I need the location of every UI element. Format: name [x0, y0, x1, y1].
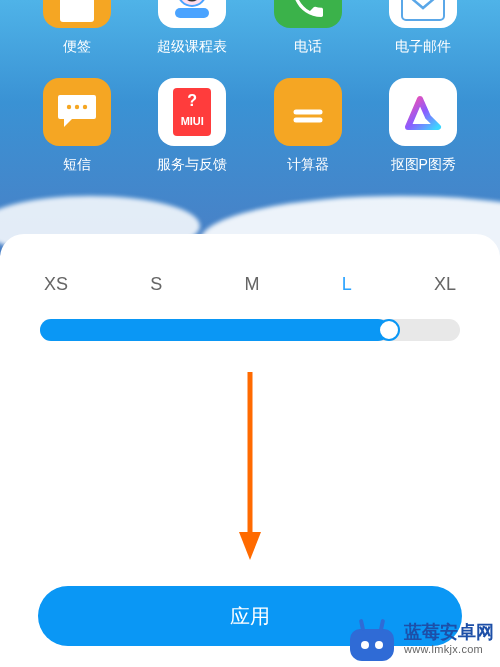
size-slider-container [0, 295, 500, 341]
calculator-icon [274, 78, 342, 146]
size-slider-fill [40, 319, 389, 341]
app-notes[interactable]: 便签 [28, 0, 126, 56]
class-schedule-icon [158, 0, 226, 28]
svg-point-7 [83, 105, 87, 109]
app-koutu[interactable]: 抠图P图秀 [375, 78, 473, 174]
app-label: 服务与反馈 [157, 156, 227, 174]
size-option-xs[interactable]: XS [44, 274, 68, 295]
app-label: 电子邮件 [395, 38, 451, 56]
app-mail[interactable]: 电子邮件 [375, 0, 473, 56]
home-screen-preview: 便签 超级课程表 电话 [0, 0, 500, 256]
mail-icon [389, 0, 457, 28]
app-sms[interactable]: 短信 [28, 78, 126, 174]
size-options: XS S M L XL [0, 274, 500, 295]
app-label: 电话 [294, 38, 322, 56]
koutu-icon [389, 78, 457, 146]
android-mascot-icon [348, 617, 396, 661]
apply-button-label: 应用 [230, 603, 270, 630]
app-phone[interactable]: 电话 [259, 0, 357, 56]
miui-feedback-icon: MIUI [158, 78, 226, 146]
app-feedback[interactable]: MIUI 服务与反馈 [144, 78, 242, 174]
app-label: 便签 [63, 38, 91, 56]
app-label: 计算器 [287, 156, 329, 174]
watermark-title: 蓝莓安卓网 [404, 622, 494, 643]
size-option-m[interactable]: M [244, 274, 259, 295]
app-grid: 便签 超级课程表 电话 [0, 0, 500, 174]
watermark: 蓝莓安卓网 www.lmkjx.com [348, 617, 494, 661]
app-calculator[interactable]: 计算器 [259, 78, 357, 174]
app-label: 短信 [63, 156, 91, 174]
svg-point-6 [75, 105, 79, 109]
size-option-s[interactable]: S [150, 274, 162, 295]
sms-icon [43, 78, 111, 146]
size-panel: XS S M L XL 应用 [0, 234, 500, 666]
size-slider[interactable] [40, 319, 460, 341]
watermark-url: www.lmkjx.com [404, 643, 494, 656]
app-class-schedule[interactable]: 超级课程表 [144, 0, 242, 56]
app-label: 抠图P图秀 [391, 156, 456, 174]
svg-rect-4 [402, 0, 444, 20]
app-label: 超级课程表 [157, 38, 227, 56]
miui-tag-text: MIUI [181, 115, 204, 127]
size-option-xl[interactable]: XL [434, 274, 456, 295]
notes-icon [43, 0, 111, 28]
size-slider-thumb[interactable] [378, 319, 400, 341]
phone-icon [274, 0, 342, 28]
size-option-l[interactable]: L [342, 274, 352, 295]
svg-point-5 [67, 105, 71, 109]
svg-rect-3 [175, 8, 209, 18]
